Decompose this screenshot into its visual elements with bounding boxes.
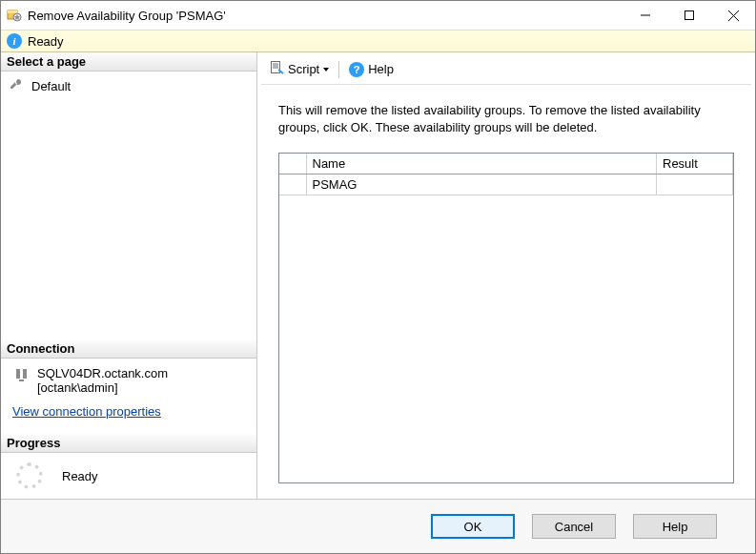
wrench-icon — [9, 77, 24, 95]
page-item-default[interactable]: Default — [7, 75, 251, 97]
help-icon: ? — [349, 62, 364, 77]
help-footer-button[interactable]: Help — [633, 514, 717, 539]
table-row[interactable]: PSMAG — [279, 174, 733, 195]
page-item-label: Default — [31, 79, 71, 93]
chevron-down-icon — [323, 68, 329, 72]
connection-panel: SQLV04DR.octank.com [octank\admin] View … — [1, 359, 256, 434]
svg-rect-4 — [685, 11, 694, 20]
svg-rect-9 — [19, 380, 24, 381]
minimize-button[interactable] — [623, 1, 667, 30]
cancel-button[interactable]: Cancel — [532, 514, 616, 539]
script-button[interactable]: Script — [263, 58, 335, 80]
server-icon — [14, 368, 30, 386]
toolbar: Script ? Help — [261, 56, 751, 85]
info-icon: i — [7, 33, 22, 49]
window-controls — [623, 1, 755, 30]
view-connection-properties-link[interactable]: View connection properties — [7, 399, 165, 426]
toolbar-separator — [338, 61, 339, 78]
dialog-window: Remove Availability Group 'PSMAG' i Read… — [0, 0, 756, 554]
main-body: This will remove the listed availability… — [261, 85, 751, 495]
status-text: Ready — [28, 34, 64, 49]
progress-row: Ready — [7, 457, 251, 495]
dialog-body: Select a page Default Connection — [1, 52, 755, 499]
sidebar: Select a page Default Connection — [1, 52, 257, 499]
ok-button[interactable]: OK — [431, 514, 515, 539]
progress-header: Progress — [1, 434, 256, 453]
window-title: Remove Availability Group 'PSMAG' — [28, 9, 623, 23]
progress-panel: Ready — [1, 453, 256, 499]
help-label: Help — [368, 62, 394, 76]
close-button[interactable] — [711, 1, 755, 30]
spinner-icon — [16, 462, 43, 489]
column-header-name[interactable]: Name — [306, 154, 657, 174]
column-header-result[interactable]: Result — [657, 154, 733, 174]
connection-user: [octank\admin] — [37, 380, 168, 395]
description-text: This will remove the listed availability… — [278, 102, 734, 135]
select-page-header: Select a page — [1, 52, 256, 72]
row-header — [279, 174, 306, 195]
svg-rect-8 — [23, 369, 27, 379]
button-bar: OK Cancel Help — [1, 499, 755, 553]
grid-corner-header — [279, 154, 306, 174]
status-bar: i Ready — [1, 31, 755, 52]
app-icon — [7, 7, 22, 25]
main-panel: Script ? Help This will remove the liste… — [257, 52, 755, 499]
availability-groups-grid[interactable]: Name Result PSMAG — [278, 153, 734, 483]
svg-rect-7 — [16, 369, 20, 379]
page-list: Default — [1, 72, 256, 339]
svg-rect-1 — [8, 10, 17, 13]
help-button[interactable]: ? Help — [343, 60, 399, 79]
connection-server: SQLV04DR.octank.com — [37, 366, 168, 380]
maximize-button[interactable] — [667, 1, 711, 30]
progress-text: Ready — [62, 469, 98, 483]
connection-header: Connection — [1, 339, 256, 359]
connection-info: SQLV04DR.octank.com [octank\admin] — [7, 362, 251, 399]
script-icon — [269, 60, 284, 78]
cell-result[interactable] — [657, 174, 733, 195]
titlebar[interactable]: Remove Availability Group 'PSMAG' — [1, 1, 755, 31]
script-label: Script — [288, 62, 319, 76]
cell-name[interactable]: PSMAG — [306, 174, 657, 195]
